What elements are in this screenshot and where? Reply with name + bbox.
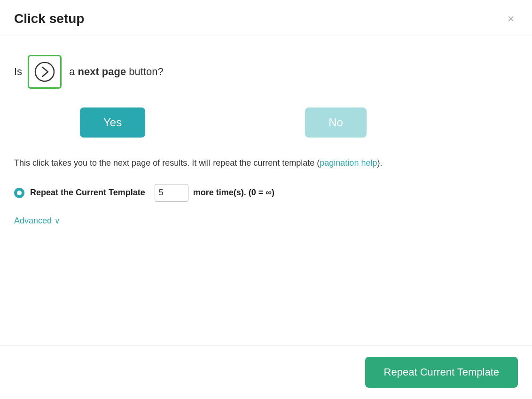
modal-title: Click setup: [14, 11, 84, 26]
no-button[interactable]: No: [305, 107, 367, 138]
modal-header: Click setup ×: [0, 0, 532, 36]
question-postfix: button?: [129, 66, 163, 77]
question-prefix: Is: [14, 66, 22, 78]
close-button[interactable]: ×: [504, 11, 518, 26]
repeat-times-input[interactable]: [155, 184, 188, 202]
repeat-suffix: more time(s). (0 = ∞): [193, 188, 274, 198]
svg-point-0: [35, 62, 54, 81]
question-text: a next page button?: [69, 66, 164, 78]
modal-dialog: Click setup × Is a next page button? Yes…: [0, 0, 532, 399]
chevron-right-icon: [34, 61, 55, 82]
description-main: This click takes you to the next page of…: [14, 158, 320, 168]
question-row: Is a next page button?: [14, 55, 518, 89]
question-bold: next page: [78, 66, 126, 77]
repeat-radio[interactable]: [14, 188, 24, 198]
yes-button[interactable]: Yes: [80, 107, 145, 138]
modal-footer: Repeat Current Template: [0, 345, 532, 399]
chevron-down-icon: ∨: [55, 216, 60, 225]
description-end: ).: [377, 158, 382, 168]
repeat-template-button[interactable]: Repeat Current Template: [365, 357, 518, 388]
advanced-label: Advanced: [14, 216, 52, 226]
description-text: This click takes you to the next page of…: [14, 156, 518, 170]
question-suffix: a: [69, 66, 75, 77]
pagination-help-link[interactable]: pagination help: [320, 158, 377, 168]
repeat-label: Repeat the Current Template: [30, 188, 145, 198]
advanced-toggle[interactable]: Advanced ∨: [14, 216, 518, 226]
repeat-row: Repeat the Current Template more time(s)…: [14, 184, 518, 202]
buttons-row: Yes No: [14, 107, 518, 138]
next-page-icon: [28, 55, 62, 89]
modal-body: Is a next page button? Yes No This click…: [0, 36, 532, 345]
